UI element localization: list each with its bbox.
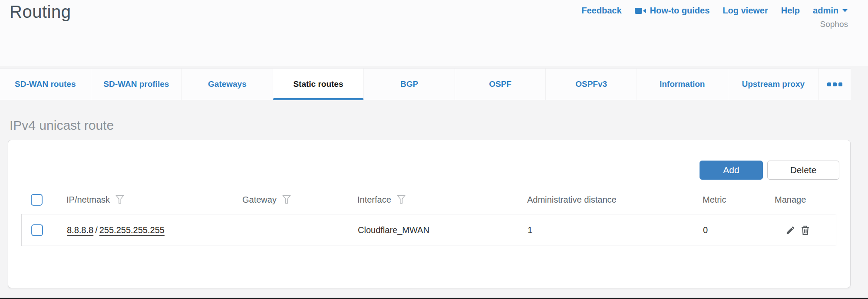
table-header-row: IP/netmask Gateway Interface Administrat… xyxy=(21,187,836,212)
log-viewer-label: Log viewer xyxy=(723,6,768,16)
page-title: Routing xyxy=(10,2,71,22)
tab-information[interactable]: Information xyxy=(637,69,728,100)
ellipsis-dots-icon xyxy=(838,82,842,86)
manage-cell xyxy=(775,225,836,236)
funnel-filter-icon[interactable] xyxy=(397,195,406,204)
page-header: Routing Feedback How-to guides Log viewe… xyxy=(0,0,868,66)
caret-down-icon xyxy=(842,9,848,13)
ip-netmask-separator: / xyxy=(93,225,99,235)
help-label: Help xyxy=(781,6,800,16)
column-label: IP/netmask xyxy=(66,195,110,205)
header-select-cell xyxy=(21,194,66,206)
column-header-manage: Manage xyxy=(775,195,836,205)
row-checkbox[interactable] xyxy=(31,224,43,236)
column-label: Metric xyxy=(703,195,726,205)
top-navigation: Feedback How-to guides Log viewer Help a… xyxy=(581,6,848,16)
column-header-gateway: Gateway xyxy=(242,195,357,205)
metric-cell: 0 xyxy=(703,225,775,235)
column-header-ip-netmask: IP/netmask xyxy=(66,195,242,205)
ip-netmask-link[interactable]: 8.8.8.8/255.255.255.255 xyxy=(67,225,243,235)
how-to-guides-label: How-to guides xyxy=(650,6,710,16)
tab-more-menu[interactable] xyxy=(818,69,851,100)
delete-button[interactable]: Delete xyxy=(767,161,839,180)
column-label: Manage xyxy=(775,195,806,205)
help-link[interactable]: Help xyxy=(781,6,800,16)
table-row: 8.8.8.8/255.255.255.255 Cloudflare_MWAN … xyxy=(21,214,836,246)
administrative-distance-cell: 1 xyxy=(528,225,703,235)
column-header-metric: Metric xyxy=(703,195,775,205)
section-heading: IPv4 unicast route xyxy=(10,118,114,133)
column-header-interface: Interface xyxy=(357,195,527,205)
funnel-filter-icon[interactable] xyxy=(282,195,291,204)
log-viewer-link[interactable]: Log viewer xyxy=(723,6,768,16)
how-to-guides-link[interactable]: How-to guides xyxy=(635,6,710,16)
feedback-link[interactable]: Feedback xyxy=(581,6,621,16)
ellipsis-dots-icon xyxy=(833,82,837,86)
funnel-filter-icon[interactable] xyxy=(116,195,124,204)
tab-gateways[interactable]: Gateways xyxy=(182,69,273,100)
tab-sd-wan-profiles[interactable]: SD-WAN profiles xyxy=(91,69,182,100)
tab-static-routes[interactable]: Static routes xyxy=(273,69,364,100)
column-label: Gateway xyxy=(242,195,277,205)
pencil-icon[interactable] xyxy=(785,225,795,235)
netmask-value: 255.255.255.255 xyxy=(99,225,165,235)
tab-upstream-proxy[interactable]: Upstream proxy xyxy=(728,69,819,100)
ellipsis-dots-icon xyxy=(827,82,831,86)
ip-value: 8.8.8.8 xyxy=(67,225,93,235)
add-button[interactable]: Add xyxy=(700,161,763,180)
column-label: Administrative distance xyxy=(527,195,617,205)
tab-ospfv3[interactable]: OSPFv3 xyxy=(545,69,637,100)
brand-label: Sophos xyxy=(820,20,848,29)
select-all-checkbox[interactable] xyxy=(31,194,43,206)
user-menu-label: admin xyxy=(813,6,838,16)
interface-cell: Cloudflare_MWAN xyxy=(358,225,528,235)
table-toolbar: Add Delete xyxy=(700,161,839,180)
video-camera-icon xyxy=(635,7,647,15)
tab-bar: SD-WAN routes SD-WAN profiles Gateways S… xyxy=(0,68,851,100)
column-header-administrative-distance: Administrative distance xyxy=(527,195,703,205)
tab-sd-wan-routes[interactable]: SD-WAN routes xyxy=(0,69,91,100)
trash-icon[interactable] xyxy=(800,225,810,236)
user-menu[interactable]: admin xyxy=(813,6,848,16)
row-select-cell xyxy=(22,224,67,236)
column-label: Interface xyxy=(357,195,391,205)
tab-bgp[interactable]: BGP xyxy=(363,69,455,100)
routes-panel: Add Delete IP/netmask Gateway Interface … xyxy=(8,140,851,288)
tab-ospf[interactable]: OSPF xyxy=(455,69,546,100)
feedback-link-label: Feedback xyxy=(581,6,621,16)
